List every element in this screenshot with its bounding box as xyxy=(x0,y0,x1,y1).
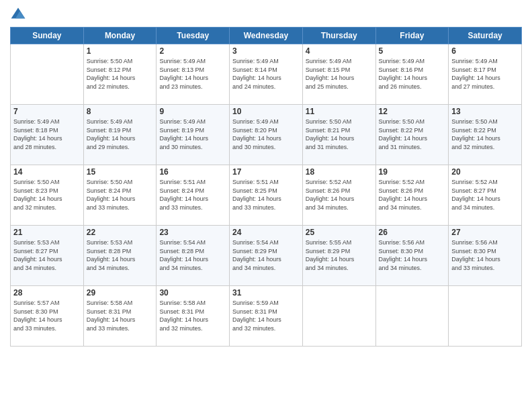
day-number: 2 xyxy=(159,46,226,56)
day-number: 17 xyxy=(232,167,300,177)
day-cell: 26Sunrise: 5:56 AMSunset: 8:30 PMDayligh… xyxy=(375,226,449,286)
day-cell: 10Sunrise: 5:49 AMSunset: 8:20 PMDayligh… xyxy=(230,105,303,165)
day-number: 11 xyxy=(306,107,373,116)
day-number: 25 xyxy=(306,228,373,237)
day-number: 7 xyxy=(13,107,81,116)
day-detail: Sunrise: 5:50 AMSunset: 8:23 PMDaylight:… xyxy=(13,178,81,212)
day-cell: 9Sunrise: 5:49 AMSunset: 8:19 PMDaylight… xyxy=(157,105,230,165)
day-cell: 27Sunrise: 5:56 AMSunset: 8:30 PMDayligh… xyxy=(449,226,522,286)
day-cell: 5Sunrise: 5:49 AMSunset: 8:16 PMDaylight… xyxy=(375,44,449,105)
day-cell: 15Sunrise: 5:50 AMSunset: 8:24 PMDayligh… xyxy=(83,165,157,226)
day-number: 15 xyxy=(87,167,154,177)
day-cell: 16Sunrise: 5:51 AMSunset: 8:24 PMDayligh… xyxy=(157,165,230,226)
day-detail: Sunrise: 5:49 AMSunset: 8:14 PMDaylight:… xyxy=(232,57,300,91)
day-number: 3 xyxy=(232,46,300,56)
logo-icon xyxy=(10,7,26,23)
day-detail: Sunrise: 5:58 AMSunset: 8:31 PMDaylight:… xyxy=(159,299,226,332)
day-detail: Sunrise: 5:55 AMSunset: 8:29 PMDaylight:… xyxy=(306,238,373,272)
day-cell: 28Sunrise: 5:57 AMSunset: 8:30 PMDayligh… xyxy=(11,286,84,347)
week-row-3: 14Sunrise: 5:50 AMSunset: 8:23 PMDayligh… xyxy=(11,165,522,226)
day-cell: 17Sunrise: 5:51 AMSunset: 8:25 PMDayligh… xyxy=(230,165,303,226)
day-cell xyxy=(11,44,84,105)
day-detail: Sunrise: 5:49 AMSunset: 8:19 PMDaylight:… xyxy=(87,118,154,151)
day-detail: Sunrise: 5:51 AMSunset: 8:24 PMDaylight:… xyxy=(159,178,226,212)
day-header-thursday: Thursday xyxy=(302,28,375,44)
day-cell: 1Sunrise: 5:50 AMSunset: 8:12 PMDaylight… xyxy=(83,44,157,105)
day-header-tuesday: Tuesday xyxy=(157,28,230,44)
day-cell xyxy=(375,286,449,347)
day-detail: Sunrise: 5:49 AMSunset: 8:20 PMDaylight:… xyxy=(232,118,300,151)
day-detail: Sunrise: 5:49 AMSunset: 8:18 PMDaylight:… xyxy=(13,118,81,151)
day-header-sunday: Sunday xyxy=(11,28,84,44)
day-detail: Sunrise: 5:50 AMSunset: 8:12 PMDaylight:… xyxy=(87,57,154,91)
day-number: 31 xyxy=(232,288,300,298)
day-cell: 21Sunrise: 5:53 AMSunset: 8:27 PMDayligh… xyxy=(11,226,84,286)
day-number: 26 xyxy=(379,228,446,237)
day-detail: Sunrise: 5:52 AMSunset: 8:26 PMDaylight:… xyxy=(306,178,373,212)
week-row-1: 1Sunrise: 5:50 AMSunset: 8:12 PMDaylight… xyxy=(11,44,522,105)
day-detail: Sunrise: 5:52 AMSunset: 8:27 PMDaylight:… xyxy=(451,178,519,212)
calendar-table: SundayMondayTuesdayWednesdayThursdayFrid… xyxy=(10,27,522,347)
day-cell: 14Sunrise: 5:50 AMSunset: 8:23 PMDayligh… xyxy=(11,165,84,226)
day-cell xyxy=(302,286,375,347)
day-number: 10 xyxy=(232,107,300,116)
week-row-5: 28Sunrise: 5:57 AMSunset: 8:30 PMDayligh… xyxy=(11,286,522,347)
day-header-friday: Friday xyxy=(375,28,449,44)
logo xyxy=(10,7,29,23)
day-detail: Sunrise: 5:50 AMSunset: 8:22 PMDaylight:… xyxy=(451,118,519,151)
day-number: 4 xyxy=(306,46,373,56)
day-cell: 23Sunrise: 5:54 AMSunset: 8:28 PMDayligh… xyxy=(157,226,230,286)
day-number: 1 xyxy=(87,46,154,56)
day-detail: Sunrise: 5:52 AMSunset: 8:26 PMDaylight:… xyxy=(379,178,446,212)
day-number: 14 xyxy=(13,167,81,177)
day-number: 9 xyxy=(159,107,226,116)
day-header-row: SundayMondayTuesdayWednesdayThursdayFrid… xyxy=(11,28,522,44)
day-cell: 7Sunrise: 5:49 AMSunset: 8:18 PMDaylight… xyxy=(11,105,84,165)
day-detail: Sunrise: 5:49 AMSunset: 8:17 PMDaylight:… xyxy=(451,57,519,91)
day-cell: 2Sunrise: 5:49 AMSunset: 8:13 PMDaylight… xyxy=(157,44,230,105)
day-header-monday: Monday xyxy=(83,28,157,44)
day-number: 5 xyxy=(379,46,446,56)
day-cell: 19Sunrise: 5:52 AMSunset: 8:26 PMDayligh… xyxy=(375,165,449,226)
day-cell: 24Sunrise: 5:54 AMSunset: 8:29 PMDayligh… xyxy=(230,226,303,286)
day-number: 22 xyxy=(87,228,154,237)
day-number: 24 xyxy=(232,228,300,237)
day-number: 18 xyxy=(306,167,373,177)
day-number: 27 xyxy=(451,228,519,237)
day-number: 12 xyxy=(379,107,446,116)
day-number: 30 xyxy=(159,288,226,298)
day-cell: 29Sunrise: 5:58 AMSunset: 8:31 PMDayligh… xyxy=(83,286,157,347)
week-row-2: 7Sunrise: 5:49 AMSunset: 8:18 PMDaylight… xyxy=(11,105,522,165)
day-detail: Sunrise: 5:49 AMSunset: 8:19 PMDaylight:… xyxy=(159,118,226,151)
day-cell: 30Sunrise: 5:58 AMSunset: 8:31 PMDayligh… xyxy=(157,286,230,347)
day-number: 16 xyxy=(159,167,226,177)
day-detail: Sunrise: 5:50 AMSunset: 8:21 PMDaylight:… xyxy=(306,118,373,151)
day-number: 13 xyxy=(451,107,519,116)
day-cell: 3Sunrise: 5:49 AMSunset: 8:14 PMDaylight… xyxy=(230,44,303,105)
day-cell: 18Sunrise: 5:52 AMSunset: 8:26 PMDayligh… xyxy=(302,165,375,226)
day-header-saturday: Saturday xyxy=(449,28,522,44)
day-detail: Sunrise: 5:51 AMSunset: 8:25 PMDaylight:… xyxy=(232,178,300,212)
day-detail: Sunrise: 5:50 AMSunset: 8:24 PMDaylight:… xyxy=(87,178,154,212)
day-number: 29 xyxy=(87,288,154,298)
day-detail: Sunrise: 5:54 AMSunset: 8:29 PMDaylight:… xyxy=(232,238,300,272)
day-detail: Sunrise: 5:49 AMSunset: 8:13 PMDaylight:… xyxy=(159,57,226,91)
day-cell: 4Sunrise: 5:49 AMSunset: 8:15 PMDaylight… xyxy=(302,44,375,105)
day-cell: 22Sunrise: 5:53 AMSunset: 8:28 PMDayligh… xyxy=(83,226,157,286)
day-detail: Sunrise: 5:53 AMSunset: 8:28 PMDaylight:… xyxy=(87,238,154,272)
day-cell: 6Sunrise: 5:49 AMSunset: 8:17 PMDaylight… xyxy=(449,44,522,105)
day-number: 19 xyxy=(379,167,446,177)
day-number: 20 xyxy=(451,167,519,177)
day-cell: 13Sunrise: 5:50 AMSunset: 8:22 PMDayligh… xyxy=(449,105,522,165)
day-detail: Sunrise: 5:49 AMSunset: 8:16 PMDaylight:… xyxy=(379,57,446,91)
day-number: 8 xyxy=(87,107,154,116)
day-detail: Sunrise: 5:58 AMSunset: 8:31 PMDaylight:… xyxy=(87,299,154,332)
day-header-wednesday: Wednesday xyxy=(230,28,303,44)
day-cell: 11Sunrise: 5:50 AMSunset: 8:21 PMDayligh… xyxy=(302,105,375,165)
page: SundayMondayTuesdayWednesdayThursdayFrid… xyxy=(0,0,532,411)
day-cell: 12Sunrise: 5:50 AMSunset: 8:22 PMDayligh… xyxy=(375,105,449,165)
day-cell: 20Sunrise: 5:52 AMSunset: 8:27 PMDayligh… xyxy=(449,165,522,226)
day-detail: Sunrise: 5:56 AMSunset: 8:30 PMDaylight:… xyxy=(451,238,519,272)
day-cell xyxy=(449,286,522,347)
day-cell: 31Sunrise: 5:59 AMSunset: 8:31 PMDayligh… xyxy=(230,286,303,347)
